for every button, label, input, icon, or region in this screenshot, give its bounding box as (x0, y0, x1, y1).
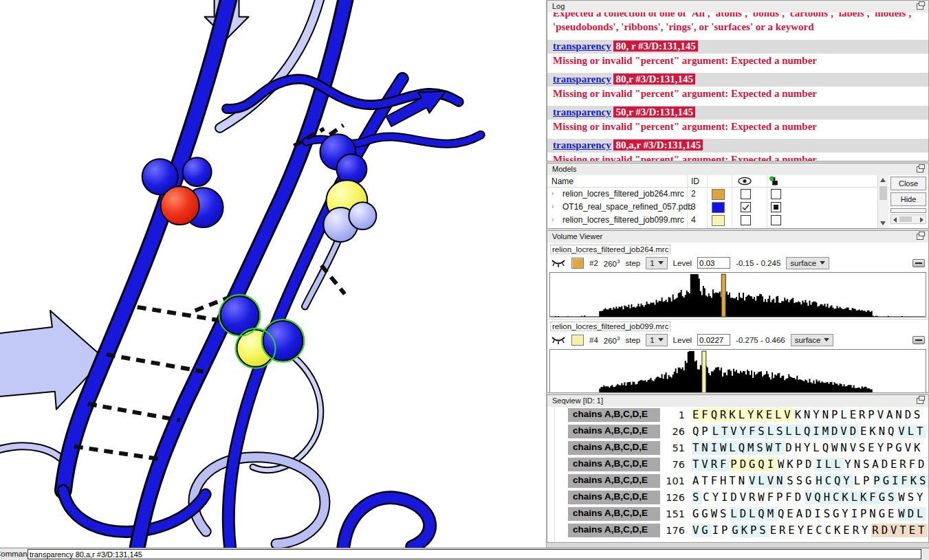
level-marker[interactable] (721, 274, 725, 317)
log-command-link[interactable]: transparency (553, 107, 611, 117)
selected-checkbox[interactable] (771, 215, 781, 225)
plain-region[interactable]: IP (712, 524, 732, 537)
residue-letters[interactable]: VGIPGKPSEREYECCKERYRDVTET (692, 524, 928, 537)
level-marker[interactable] (702, 351, 706, 392)
scroll-down-icon[interactable] (880, 221, 886, 225)
log-command-link[interactable]: transparency (553, 41, 611, 52)
graphics-viewport[interactable] (0, 0, 547, 548)
selected-checkbox[interactable] (771, 189, 781, 199)
highlighted-region[interactable]: GKPS (731, 524, 769, 537)
log-command-link[interactable]: transparency (553, 139, 611, 150)
plain-region[interactable]: YNSADERFD (844, 458, 928, 471)
plain-region[interactable]: WSY (897, 491, 926, 504)
plain-region[interactable]: EKNQ (860, 425, 897, 438)
plain-region[interactable]: SSG (786, 474, 815, 488)
highlighted-region[interactable]: TVRF (692, 458, 730, 471)
scroll-left-icon[interactable] (893, 217, 897, 223)
plain-region[interactable]: GGWS (692, 507, 730, 521)
plain-region[interactable]: QP (692, 425, 712, 438)
level-input[interactable] (697, 334, 730, 346)
undock-icon[interactable] (917, 398, 923, 404)
sequence-rows[interactable]: chains A,B,C,D,E1EFQRKLYKELVKNYNPLERPVAN… (547, 407, 928, 542)
residue-letters[interactable]: TVRFPDGQIWKPDILLYNSADERFD (692, 458, 928, 471)
model-color-swatch[interactable] (712, 202, 725, 213)
highlighted-region[interactable]: PGIFKS (873, 474, 928, 488)
plain-region[interactable]: LP (853, 474, 873, 488)
scroll-thumb[interactable] (879, 186, 887, 200)
plain-region[interactable]: WKPD (777, 458, 815, 471)
highlighted-region[interactable]: HCQY (815, 474, 853, 488)
highlighted-region[interactable]: VQHCKLKFGS (805, 491, 897, 504)
level-input[interactable] (697, 257, 730, 269)
table-row[interactable]: ›relion_locres_filtered_job264.mrc2 (547, 188, 877, 201)
shown-checkbox[interactable] (741, 202, 751, 212)
eye-icon[interactable] (738, 177, 752, 188)
shown-checkbox[interactable] (741, 189, 751, 199)
histogram[interactable] (549, 272, 926, 317)
highlighted-region[interactable]: LTVYFSLSLLQIMDVD (712, 425, 860, 438)
highlighted-region[interactable]: RDVTET (871, 524, 928, 537)
selected-checkbox[interactable] (771, 202, 781, 212)
models-horizontal-scrollbar[interactable] (890, 214, 926, 224)
expand-chevron-icon[interactable]: › (551, 202, 554, 210)
highlighted-region[interactable]: PDGQI (730, 458, 777, 471)
highlighted-region[interactable]: LDLQM (730, 507, 777, 521)
plain-region[interactable]: QEADISGYIPNGE (777, 507, 897, 521)
plain-region[interactable]: KNYNPLERPVANDS (794, 408, 924, 422)
residue-letters[interactable]: TNIWLQMSWTDHYLQWNVSEYPGVK (692, 442, 923, 454)
style-dropdown[interactable]: surface (786, 257, 829, 269)
highlighted-region[interactable]: ILL (815, 458, 844, 471)
volume-name[interactable]: relion_locres_filtered_job264.mrc (550, 245, 670, 254)
close-button[interactable]: Close (890, 177, 926, 190)
models-col-id[interactable]: ID (691, 177, 699, 186)
collapse-button[interactable] (912, 336, 925, 344)
model-color-swatch[interactable] (712, 215, 725, 226)
residue-letters[interactable]: EFQRKLYKELVKNYNPLERPVANDS (692, 409, 923, 421)
plain-region[interactable]: EREYECCKERY (769, 524, 872, 537)
scroll-up-icon[interactable] (880, 178, 886, 182)
models-col-name[interactable]: Name (551, 177, 573, 186)
highlighted-region[interactable]: VG (692, 524, 712, 537)
hide-button[interactable]: Hide (890, 192, 926, 206)
highlighted-region[interactable]: VLVN (748, 474, 786, 488)
step-dropdown[interactable]: 1 (646, 334, 667, 346)
undock-icon[interactable] (917, 234, 923, 240)
step-dropdown[interactable]: 1 (646, 257, 667, 269)
highlighted-region[interactable]: VLT (897, 425, 926, 438)
style-dropdown[interactable]: surface (791, 334, 834, 346)
expand-chevron-icon[interactable]: › (551, 215, 554, 223)
table-row[interactable]: ›OT16_real_space_refined_057.pdb3 (547, 201, 877, 214)
expand-chevron-icon[interactable]: › (551, 189, 554, 197)
plain-region[interactable]: ATFHTN (692, 474, 748, 488)
structure-canvas[interactable] (0, 0, 546, 548)
command-input[interactable] (28, 549, 921, 559)
eye-closed-icon[interactable] (551, 335, 566, 344)
plain-region[interactable]: CYIDVRWFPFD (702, 491, 805, 504)
residue-letters[interactable]: ATFHTNVLVNSSGHCQYLPPGIFKS (692, 475, 928, 487)
highlighted-region[interactable]: S (692, 491, 702, 504)
residue-letters[interactable]: SCYIDVRWFPFDVQHCKLKFGSWSY (692, 491, 926, 504)
collapse-button[interactable] (912, 259, 925, 267)
highlighted-region[interactable]: TNIWLQMSWT (692, 441, 785, 455)
volume-color-swatch[interactable] (571, 335, 584, 346)
volume-color-swatch[interactable] (571, 258, 584, 269)
undock-icon[interactable] (917, 3, 923, 10)
scroll-thumb[interactable] (899, 216, 912, 222)
highlighted-region[interactable]: WDL (897, 507, 926, 521)
residue-letters[interactable]: QPLTVYFSLSLLQIMDVDEKNQVLT (692, 425, 926, 438)
scroll-right-icon[interactable] (920, 217, 923, 223)
undock-icon[interactable] (917, 166, 923, 172)
table-row[interactable]: ›relion_locres_filtered_job099.mrc4 (547, 214, 877, 227)
log-content[interactable]: Expected a collection of one of 'All', '… (547, 12, 928, 161)
volume-name[interactable]: relion_locres_filtered_job099.mrc (550, 322, 670, 331)
models-vertical-scrollbar[interactable] (877, 175, 888, 228)
residue-letters[interactable]: GGWSLDLQMQEADISGYIPNGEWDL (692, 508, 926, 520)
plain-region[interactable]: DHYLQWNVSEYPGVK (785, 441, 923, 455)
log-command-link[interactable]: transparency (553, 74, 611, 85)
model-color-swatch[interactable] (712, 189, 725, 200)
histogram[interactable] (549, 349, 926, 392)
eye-closed-icon[interactable] (551, 258, 566, 267)
shown-checkbox[interactable] (741, 215, 751, 225)
highlighted-region[interactable]: EFQRKLYKELV (692, 408, 794, 422)
partial-button[interactable] (890, 208, 926, 213)
